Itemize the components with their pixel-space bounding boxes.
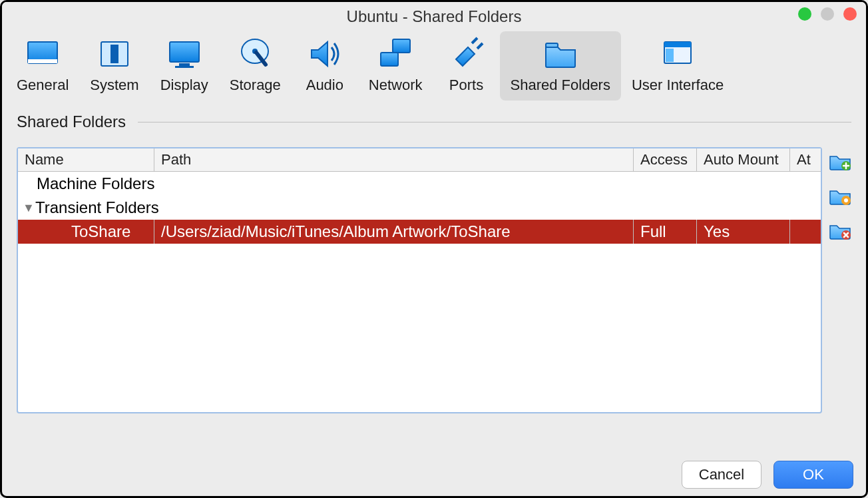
side-actions (829, 147, 851, 413)
tab-shared-folders[interactable]: Shared Folders (500, 31, 621, 101)
col-path[interactable]: Path (154, 148, 634, 171)
divider (138, 122, 851, 123)
tab-user-interface[interactable]: User Interface (621, 31, 734, 101)
tab-ports[interactable]: Ports (433, 31, 500, 101)
svg-rect-16 (666, 49, 674, 62)
disclosure-triangle-icon[interactable]: ▼ (18, 201, 35, 215)
svg-rect-13 (546, 43, 558, 47)
section-title: Shared Folders (17, 113, 126, 131)
settings-toolbar: General System Display (2, 31, 866, 101)
svg-rect-6 (175, 66, 194, 68)
shared-folders-table: Name Path Access Auto Mount At Machine F… (17, 147, 822, 413)
titlebar: Ubuntu - Shared Folders (2, 2, 866, 31)
tab-label: Display (160, 77, 208, 94)
svg-rect-10 (381, 53, 398, 66)
window-minimize-button[interactable] (798, 7, 811, 21)
svg-line-12 (477, 43, 483, 49)
cell-name: ToShare (18, 220, 154, 244)
folder-remove-icon (829, 220, 851, 240)
remove-folder-button[interactable] (829, 220, 851, 240)
window-title: Ubuntu - Shared Folders (2, 7, 866, 26)
folder-edit-icon (829, 186, 851, 206)
window-close-button[interactable] (843, 7, 857, 21)
tab-label: Storage (230, 77, 281, 94)
svg-point-19 (844, 198, 848, 202)
tab-audio[interactable]: Audio (292, 31, 358, 101)
group-label: Machine Folders (18, 172, 161, 196)
col-at[interactable]: At (790, 148, 821, 171)
tab-label: User Interface (632, 77, 724, 94)
col-access[interactable]: Access (634, 148, 697, 171)
group-label: Transient Folders (35, 196, 166, 220)
svg-line-11 (472, 38, 477, 43)
svg-rect-9 (393, 39, 410, 53)
cell-at (790, 229, 821, 234)
tab-label: General (17, 77, 69, 94)
cell-access: Full (634, 220, 697, 244)
ports-icon (448, 35, 485, 73)
shared-folders-icon (542, 35, 579, 73)
audio-icon (306, 35, 343, 73)
display-icon (166, 35, 203, 73)
col-name[interactable]: Name (18, 148, 154, 171)
col-automount[interactable]: Auto Mount (697, 148, 790, 171)
ok-button[interactable]: OK (773, 461, 853, 489)
window-maximize-button[interactable] (821, 7, 834, 21)
dialog-footer: Cancel OK (682, 461, 853, 489)
edit-folder-button[interactable] (829, 186, 851, 206)
add-folder-button[interactable] (829, 151, 851, 171)
cancel-button[interactable]: Cancel (682, 461, 761, 489)
svg-rect-1 (28, 59, 57, 63)
tab-storage[interactable]: Storage (219, 31, 292, 101)
user-interface-icon (659, 35, 696, 73)
svg-rect-3 (110, 45, 118, 63)
table-row[interactable]: ToShare /Users/ziad/Music/iTunes/Album A… (18, 220, 821, 244)
tab-network[interactable]: Network (358, 31, 433, 101)
table-header: Name Path Access Auto Mount At (18, 148, 821, 172)
tab-label: Ports (449, 77, 483, 94)
group-transient-folders[interactable]: ▼ Transient Folders (18, 196, 821, 220)
tab-label: Shared Folders (511, 77, 610, 94)
table-body: Machine Folders ▼ Transient Folders ToSh… (18, 172, 821, 412)
svg-rect-4 (170, 42, 199, 62)
svg-rect-5 (179, 63, 190, 66)
tab-label: Audio (306, 77, 343, 94)
svg-rect-15 (664, 42, 691, 47)
tab-display[interactable]: Display (150, 31, 219, 101)
group-machine-folders[interactable]: Machine Folders (18, 172, 821, 196)
system-icon (96, 35, 133, 73)
tab-system[interactable]: System (79, 31, 149, 101)
folder-add-icon (829, 151, 851, 171)
tab-label: System (90, 77, 138, 94)
storage-icon (236, 35, 274, 73)
cell-automount: Yes (697, 220, 790, 244)
section-header: Shared Folders (17, 113, 851, 131)
section: Shared Folders Name Path Access Auto Mou… (2, 113, 866, 413)
window-controls (798, 7, 857, 21)
tab-label: Network (369, 77, 423, 94)
cell-path: /Users/ziad/Music/iTunes/Album Artwork/T… (154, 220, 634, 244)
network-icon (377, 35, 414, 73)
tab-general[interactable]: General (6, 31, 79, 101)
general-icon (24, 35, 61, 73)
